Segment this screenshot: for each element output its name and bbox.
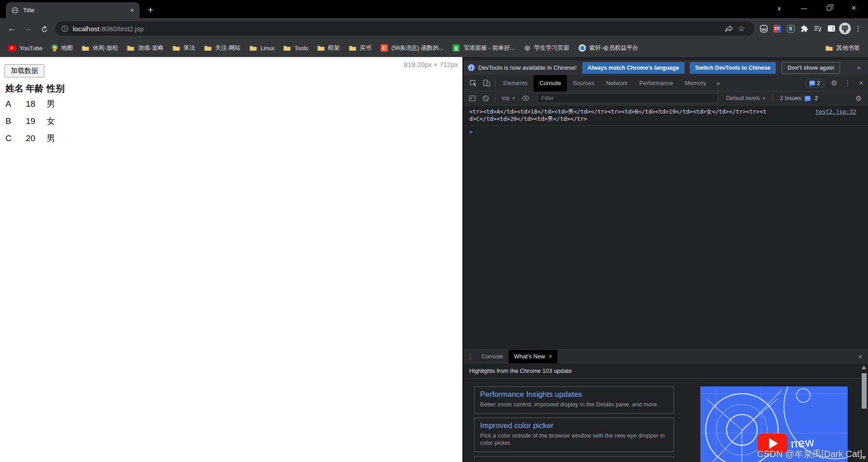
dont-show-again-button[interactable]: Don't show again [782, 62, 840, 74]
folder-icon [127, 45, 134, 51]
browser-menu-kebab-icon[interactable]: ⋮ [852, 22, 864, 35]
devtools-language-infobar: i DevTools is now available in Chinese! … [463, 60, 868, 75]
tab-network[interactable]: Network [600, 75, 634, 91]
reload-icon[interactable] [36, 20, 52, 37]
devtools-menu-kebab-icon[interactable]: ⋮ [841, 75, 854, 91]
bookmark-item[interactable]: Linux [245, 42, 279, 54]
drawer-tab-whats-new[interactable]: What's New × [509, 350, 558, 363]
settings-gear-icon[interactable]: ⚙ [827, 75, 841, 91]
devtools-tab-bar: Elements Console Sources Network Perform… [463, 75, 868, 91]
bookmark-item[interactable]: 学生学习页面 [519, 42, 574, 54]
console-settings-gear-icon[interactable]: ⚙ [852, 90, 865, 106]
tab-sources[interactable]: Sources [567, 75, 600, 91]
devtools-close-icon[interactable]: × [854, 75, 868, 91]
folder-icon [283, 45, 291, 51]
extension-bot-icon[interactable] [757, 21, 770, 36]
forward-icon[interactable]: → [20, 20, 36, 37]
bookmark-item[interactable]: YouTube [4, 42, 47, 54]
new-tab-button[interactable]: + [143, 3, 158, 17]
drawer-menu-kebab-icon[interactable]: ⋮ [464, 350, 476, 363]
tab-search-icon[interactable]: ∨ [767, 0, 792, 16]
whats-new-card[interactable]: Performance Insights updates Better zoom… [474, 386, 674, 414]
bookmark-item[interactable]: 关注·网站 [200, 42, 245, 54]
bookmark-star-icon[interactable]: ☆ [735, 22, 748, 35]
bookmark-item[interactable]: 休闲·放松 [77, 42, 123, 54]
csdn-icon: C [381, 44, 388, 52]
extension-s-icon[interactable]: S [784, 21, 797, 36]
minimize-icon[interactable]: — [792, 0, 816, 16]
globe-icon [524, 45, 531, 52]
folder-icon [204, 45, 212, 51]
card-title-link[interactable]: Performance Insights updates [480, 390, 668, 399]
infobar-message: DevTools is now available in Chinese! [478, 64, 577, 71]
device-toolbar-icon[interactable] [480, 75, 493, 91]
whats-new-card[interactable]: Improved color picker Pick a color outsi… [474, 418, 674, 452]
clear-console-icon[interactable] [480, 92, 491, 104]
issues-counter[interactable]: 2 Issues: 2 [776, 95, 821, 101]
console-source-link[interactable]: test2.jsp:32 [816, 108, 856, 115]
table-cell: C [5, 130, 26, 147]
more-tabs-icon[interactable]: » [712, 79, 725, 87]
site-info-icon[interactable] [61, 25, 68, 32]
switch-to-chinese-button[interactable]: Switch DevTools to Chinese [690, 62, 776, 74]
console-sidebar-icon[interactable] [466, 92, 478, 104]
drawer-close-icon[interactable]: × [853, 350, 868, 363]
infobar-close-icon[interactable]: × [854, 64, 863, 71]
issues-badge[interactable]: 2 [806, 79, 823, 88]
bookmark-item[interactable]: 框架 [313, 42, 344, 54]
devtools-drawer: ⋮ Console What's New × × Highlights from… [463, 349, 868, 462]
live-expression-eye-icon[interactable] [520, 92, 532, 104]
filter-input[interactable] [537, 93, 718, 103]
console-prompt[interactable]: > [463, 126, 868, 138]
devtools-panel: i DevTools is now available in Chinese! … [462, 57, 868, 462]
back-icon[interactable]: ← [4, 20, 20, 37]
table-cell: 19 [26, 113, 47, 130]
bookmark-item[interactable]: 买书 [344, 42, 376, 54]
tab-close-icon[interactable]: × [128, 6, 136, 14]
context-selector[interactable]: top ▼ [499, 95, 518, 101]
profile-avatar[interactable] [838, 21, 852, 36]
share-icon[interactable] [722, 22, 735, 35]
chevron-down-icon: ▼ [762, 96, 766, 100]
titlebar: Title × + ∨ — × [0, 0, 868, 18]
bookmark-item[interactable]: 地图 [47, 42, 77, 54]
table-cell: 18 [26, 95, 47, 113]
extension-fe-icon[interactable]: FE [770, 21, 784, 36]
card-title-link[interactable]: Improved color picker [480, 421, 668, 430]
tab-console[interactable]: Console [533, 75, 567, 91]
bookmark-item[interactable]: 算法 [168, 42, 200, 54]
scrollbar-thumb[interactable] [862, 373, 867, 409]
bookmark-item[interactable]: Tools [279, 42, 312, 54]
content-area: 819.20px × 712px 加载数据 姓名 年龄 性别 A 18 男 B … [0, 57, 868, 462]
log-levels-select[interactable]: Default levels ▼ [723, 95, 769, 101]
bookmark-item[interactable]: C (58条消息) 函数的... [376, 42, 448, 54]
drawer-tab-console[interactable]: Console [476, 350, 509, 363]
window-controls: ∨ — × [767, 0, 866, 16]
restore-icon[interactable] [816, 0, 841, 16]
bookmark-item[interactable]: 游戏·攻略 [123, 42, 168, 54]
browser-tab[interactable]: Title × [6, 2, 140, 18]
extensions-puzzle-icon[interactable] [797, 21, 811, 36]
address-bar[interactable]: localhost:8080/test2.jsp ☆ [55, 21, 754, 36]
side-panel-icon[interactable] [825, 21, 838, 36]
browser-window: Title × + ∨ — × ← → localhost:8080/test2… [0, 0, 868, 462]
inspect-element-icon[interactable] [466, 75, 480, 91]
tab-close-icon[interactable]: × [549, 353, 552, 360]
close-window-icon[interactable]: × [841, 0, 866, 16]
table-cell: A [5, 95, 26, 113]
bookmark-item[interactable]: 宝塔面板 - 简单好... [448, 42, 519, 54]
other-bookmarks[interactable]: 其他书签 [821, 42, 864, 54]
whats-new-cards: Performance Insights updates Better zoom… [474, 386, 674, 462]
load-data-button[interactable]: 加载数据 [5, 64, 44, 77]
scroll-up-icon[interactable] [862, 366, 866, 369]
tab-elements[interactable]: Elements [497, 75, 533, 91]
table-row: C 20 男 [5, 130, 66, 147]
tab-performance[interactable]: Performance [633, 75, 679, 91]
tab-memory[interactable]: Memory [679, 75, 712, 91]
scrollbar[interactable] [861, 364, 868, 462]
bookmark-item[interactable]: 紫轩-会员权益平台 [574, 42, 643, 54]
media-playlist-icon[interactable] [811, 21, 825, 36]
table-cell: 男 [47, 95, 66, 113]
match-language-button[interactable]: Always match Chrome's language [582, 62, 684, 74]
scroll-down-icon[interactable] [862, 456, 866, 460]
